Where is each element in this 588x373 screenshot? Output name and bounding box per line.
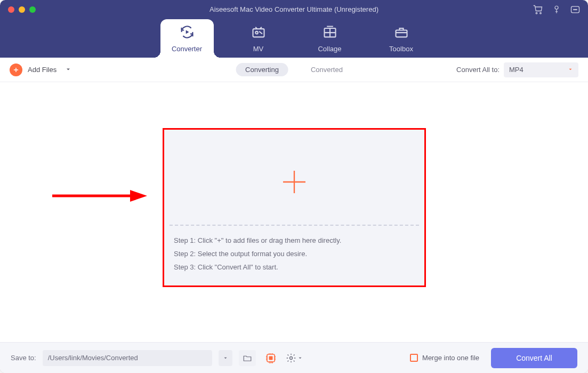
plus-icon — [10, 64, 22, 76]
window-title: Aiseesoft Mac Video Converter Ultimate (… — [0, 5, 588, 13]
collage-icon — [323, 25, 337, 42]
svg-point-17 — [289, 356, 292, 359]
svg-point-6 — [576, 9, 577, 10]
chevron-down-icon — [297, 355, 303, 361]
svg-point-2 — [555, 6, 558, 9]
instructions: Step 1: Click "+" to add files or drag t… — [174, 236, 415, 271]
svg-marker-7 — [186, 30, 189, 34]
svg-rect-15 — [269, 356, 272, 360]
tab-mv[interactable]: MV — [232, 19, 285, 58]
add-files-button[interactable]: Add Files — [10, 64, 71, 76]
drop-plus-icon[interactable] — [164, 167, 424, 197]
instruction-step-3: Step 3: Click "Convert All" to start. — [174, 263, 415, 271]
svg-point-5 — [575, 9, 575, 10]
instruction-step-1: Step 1: Click "+" to add files or drag t… — [174, 236, 415, 244]
convert-all-to-label: Convert All to: — [456, 66, 500, 74]
tab-mv-label: MV — [253, 45, 264, 53]
svg-rect-11 — [396, 30, 407, 37]
save-path-dropdown[interactable] — [219, 350, 232, 366]
svg-point-9 — [255, 31, 258, 34]
tab-converter[interactable]: Converter — [160, 19, 214, 58]
segment-converting[interactable]: Converting — [236, 63, 288, 76]
status-segment: Converting Converted — [236, 63, 352, 76]
header: Aiseesoft Mac Video Converter Ultimate (… — [0, 0, 588, 58]
tab-collage[interactable]: Collage — [303, 19, 357, 58]
drop-zone[interactable]: Step 1: Click "+" to add files or drag t… — [163, 128, 426, 287]
divider — [170, 225, 419, 226]
tab-toolbox-label: Toolbox — [389, 45, 413, 53]
header-action-icons — [533, 4, 581, 17]
gear-icon — [286, 353, 296, 363]
merge-label: Merge into one file — [422, 354, 479, 362]
svg-rect-8 — [253, 29, 264, 37]
feedback-icon[interactable] — [570, 4, 581, 17]
save-path-input[interactable]: /Users/link/Movies/Converted — [43, 350, 212, 366]
settings-button[interactable] — [286, 353, 303, 363]
save-path-value: /Users/link/Movies/Converted — [48, 354, 138, 362]
key-icon[interactable] — [552, 4, 561, 17]
mv-icon — [251, 25, 266, 42]
add-files-label: Add Files — [28, 66, 57, 74]
tab-toolbox[interactable]: Toolbox — [375, 19, 428, 58]
convert-all-to: Convert All to: MP4 — [456, 62, 578, 77]
chevron-down-icon[interactable] — [65, 65, 71, 75]
main-area: Step 1: Click "+" to add files or drag t… — [0, 82, 588, 342]
svg-text:ON: ON — [269, 360, 273, 363]
merge-checkbox[interactable] — [410, 354, 418, 362]
svg-point-0 — [536, 12, 537, 13]
merge-option[interactable]: Merge into one file — [410, 354, 479, 362]
save-to-label: Save to: — [11, 354, 36, 362]
svg-point-1 — [540, 12, 542, 13]
instruction-step-2: Step 2: Select the output format you des… — [174, 250, 415, 258]
gpu-accel-button[interactable]: ON — [262, 350, 279, 366]
format-dropdown[interactable]: MP4 — [504, 62, 578, 77]
main-tabs: Converter MV Collage Toolbox — [0, 19, 588, 58]
tab-collage-label: Collage — [318, 45, 341, 53]
svg-point-4 — [574, 9, 574, 10]
cart-icon[interactable] — [533, 4, 543, 17]
annotation-arrow-icon — [51, 189, 147, 205]
folder-icon — [243, 353, 252, 363]
chip-on-icon: ON — [264, 352, 277, 364]
svg-marker-13 — [130, 190, 147, 202]
chevron-down-icon — [568, 66, 573, 74]
converter-icon — [180, 25, 195, 42]
tab-converter-label: Converter — [172, 45, 202, 53]
segment-converted[interactable]: Converted — [301, 63, 352, 76]
format-selected-value: MP4 — [509, 66, 523, 74]
toolbox-icon — [394, 25, 409, 42]
toolbar: Add Files Converting Converted Convert A… — [0, 58, 588, 82]
footer: Save to: /Users/link/Movies/Converted ON… — [0, 342, 588, 373]
open-folder-button[interactable] — [239, 350, 256, 366]
convert-all-button[interactable]: Convert All — [491, 348, 577, 368]
